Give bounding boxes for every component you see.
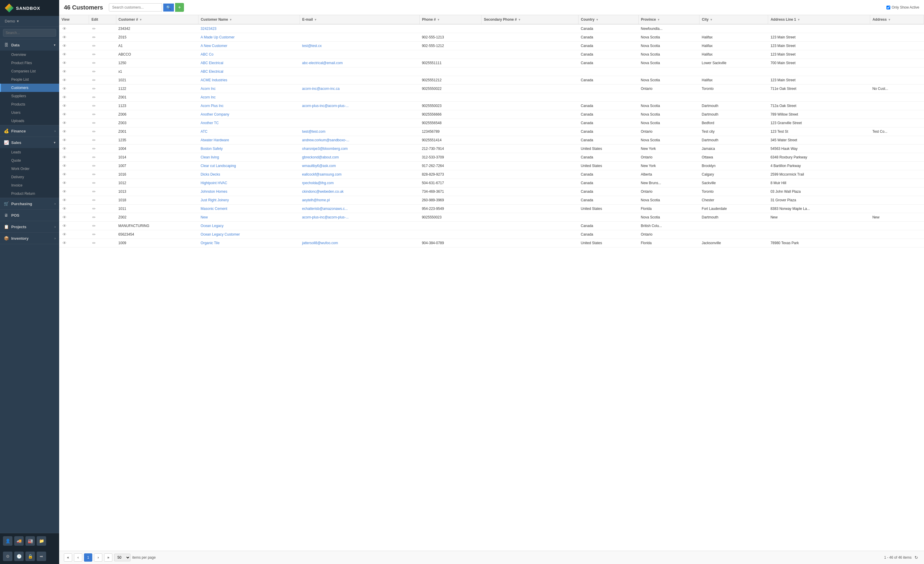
edit-icon[interactable]: ✏ — [92, 78, 97, 82]
cell-name[interactable]: A Made Up Customer — [198, 33, 300, 42]
sidebar-section-header-finance[interactable]: 💰 Finance › — [0, 125, 59, 136]
refresh-button[interactable]: ↻ — [914, 554, 919, 561]
page-1-button[interactable]: 1 — [84, 554, 92, 562]
col-secondary-phone[interactable]: Secondary Phone #▼ — [481, 15, 578, 24]
page-next-button[interactable]: › — [94, 554, 102, 562]
view-icon[interactable]: 👁 — [62, 189, 68, 194]
cell-name[interactable]: 32423423 — [198, 24, 300, 33]
cell-name[interactable]: Hightpoint HVAC — [198, 179, 300, 187]
col-customer-name[interactable]: Customer Name▼ — [198, 15, 300, 24]
add-customer-button[interactable]: + — [175, 3, 184, 12]
settings-icon[interactable]: ⚙ — [3, 552, 12, 561]
cell-name[interactable]: Masonic Cement — [198, 205, 300, 213]
edit-icon[interactable]: ✏ — [92, 163, 97, 168]
view-icon[interactable]: 👁 — [62, 206, 68, 211]
view-icon[interactable]: 👁 — [62, 112, 68, 117]
edit-icon[interactable]: ✏ — [92, 232, 97, 237]
cell-name[interactable]: Clean living — [198, 153, 300, 162]
cell-name[interactable]: ATC — [198, 127, 300, 136]
edit-icon[interactable]: ✏ — [92, 112, 97, 117]
sidebar-section-header-pos[interactable]: 🖥 POS — [0, 209, 59, 221]
sidebar-item-work-order[interactable]: Work Order — [0, 165, 59, 173]
col-city[interactable]: City▼ — [699, 15, 768, 24]
sidebar-section-header-inventory[interactable]: 📦 Inventory › — [0, 233, 59, 244]
edit-icon[interactable]: ✏ — [92, 206, 97, 211]
view-icon[interactable]: 👁 — [62, 103, 68, 108]
view-icon[interactable]: 👁 — [62, 78, 68, 82]
view-icon[interactable]: 👁 — [62, 52, 68, 57]
view-icon[interactable]: 👁 — [62, 121, 68, 125]
edit-icon[interactable]: ✏ — [92, 43, 97, 48]
sidebar-item-suppliers[interactable]: Suppliers — [0, 92, 59, 100]
edit-icon[interactable]: ✏ — [92, 172, 97, 177]
cell-name[interactable]: Ocean Legacy Customer — [198, 230, 300, 239]
view-icon[interactable]: 👁 — [62, 43, 68, 48]
cell-name[interactable]: New — [198, 213, 300, 222]
edit-icon[interactable]: ✏ — [92, 155, 97, 160]
sidebar-user[interactable]: Demo ▾ — [0, 16, 59, 27]
cell-name[interactable]: A New Customer — [198, 42, 300, 50]
filter-email-icon[interactable]: ▼ — [314, 18, 317, 21]
cell-name[interactable]: Another Company — [198, 110, 300, 119]
view-icon[interactable]: 👁 — [62, 26, 68, 31]
edit-icon[interactable]: ✏ — [92, 146, 97, 151]
sidebar-item-leads[interactable]: Leads — [0, 148, 59, 156]
cell-name[interactable]: Boston Safety — [198, 145, 300, 153]
page-first-button[interactable]: « — [64, 554, 72, 562]
cell-name[interactable]: Johnston Homes — [198, 187, 300, 196]
view-icon[interactable]: 👁 — [62, 69, 68, 74]
truck-icon[interactable]: 🚚 — [14, 536, 24, 546]
sidebar-search-input[interactable] — [3, 29, 56, 37]
search-input[interactable] — [109, 3, 162, 12]
view-icon[interactable]: 👁 — [62, 129, 68, 134]
filter-province-icon[interactable]: ▼ — [657, 18, 660, 21]
edit-icon[interactable]: ✏ — [92, 198, 97, 202]
view-icon[interactable]: 👁 — [62, 155, 68, 160]
edit-icon[interactable]: ✏ — [92, 26, 97, 31]
filter-address2-icon[interactable]: ▼ — [888, 18, 891, 21]
search-button[interactable]: 🔍 — [163, 3, 174, 12]
lock-icon[interactable]: 🔒 — [26, 552, 35, 561]
sidebar-item-users[interactable]: Users — [0, 108, 59, 117]
edit-icon[interactable]: ✏ — [92, 129, 97, 134]
sidebar-item-customers[interactable]: Customers — [0, 84, 59, 92]
sidebar-section-header-data[interactable]: 🗄 Data ▾ — [0, 39, 59, 51]
folder-icon[interactable]: 📁 — [37, 536, 46, 546]
view-icon[interactable]: 👁 — [62, 181, 68, 186]
col-address1[interactable]: Address Line 1▼ — [768, 15, 870, 24]
filter-city-icon[interactable]: ▼ — [710, 18, 713, 21]
sidebar-item-delivery[interactable]: Delivery — [0, 173, 59, 181]
col-address2[interactable]: Address▼ — [870, 15, 924, 24]
filter-address1-icon[interactable]: ▼ — [797, 18, 800, 21]
sidebar-section-header-sales[interactable]: 📈 Sales ▾ — [0, 137, 59, 148]
sidebar-item-people-list[interactable]: People List — [0, 75, 59, 84]
view-icon[interactable]: 👁 — [62, 95, 68, 100]
filter-secondary-phone-icon[interactable]: ▼ — [518, 18, 521, 21]
edit-icon[interactable]: ✏ — [92, 223, 97, 228]
view-icon[interactable]: 👁 — [62, 35, 68, 40]
view-icon[interactable]: 👁 — [62, 138, 68, 142]
sidebar-section-header-purchasing[interactable]: 🛒 Purchasing › — [0, 198, 59, 209]
view-icon[interactable]: 👁 — [62, 163, 68, 168]
view-icon[interactable]: 👁 — [62, 241, 68, 245]
sidebar-item-companies-list[interactable]: Companies List — [0, 67, 59, 75]
cell-name[interactable]: Dicks Decks — [198, 170, 300, 179]
view-icon[interactable]: 👁 — [62, 215, 68, 220]
edit-icon[interactable]: ✏ — [92, 86, 97, 91]
view-icon[interactable]: 👁 — [62, 146, 68, 151]
sidebar-item-invoice[interactable]: Invoice — [0, 181, 59, 190]
sidebar-item-uploads[interactable]: Uploads — [0, 117, 59, 125]
cell-name[interactable]: ABC Electrical — [198, 59, 300, 67]
edit-icon[interactable]: ✏ — [92, 121, 97, 125]
cell-name[interactable]: Atwater Hardware — [198, 136, 300, 145]
clock-icon[interactable]: 🕐 — [14, 552, 24, 561]
edit-icon[interactable]: ✏ — [92, 103, 97, 108]
factory-icon[interactable]: 🏭 — [26, 536, 35, 546]
edit-icon[interactable]: ✏ — [92, 52, 97, 57]
filter-customer-num-icon[interactable]: ▼ — [139, 18, 142, 21]
cell-name[interactable]: Ocean Legacy — [198, 222, 300, 230]
col-customer-num[interactable]: Customer #▼ — [116, 15, 198, 24]
cell-name[interactable]: Organic Tile — [198, 239, 300, 247]
cell-name[interactable]: ABC Co — [198, 50, 300, 59]
edit-icon[interactable]: ✏ — [92, 61, 97, 65]
